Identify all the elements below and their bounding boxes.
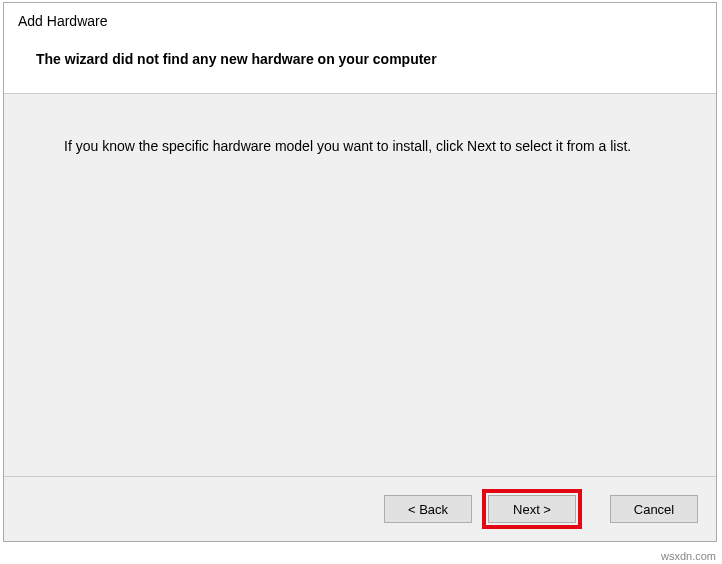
back-button[interactable]: < Back — [384, 495, 472, 523]
next-button[interactable]: Next > — [488, 495, 576, 523]
dialog-title: Add Hardware — [18, 13, 702, 29]
instruction-text: If you know the specific hardware model … — [64, 138, 686, 154]
dialog-content: If you know the specific hardware model … — [4, 94, 716, 476]
cancel-button[interactable]: Cancel — [610, 495, 698, 523]
dialog-subtitle: The wizard did not find any new hardware… — [36, 51, 702, 67]
add-hardware-dialog: Add Hardware The wizard did not find any… — [3, 2, 717, 542]
next-button-highlight: Next > — [482, 489, 582, 529]
dialog-footer: < Back Next > Cancel — [4, 476, 716, 541]
watermark-text: wsxdn.com — [661, 550, 716, 562]
dialog-header: Add Hardware The wizard did not find any… — [4, 3, 716, 94]
